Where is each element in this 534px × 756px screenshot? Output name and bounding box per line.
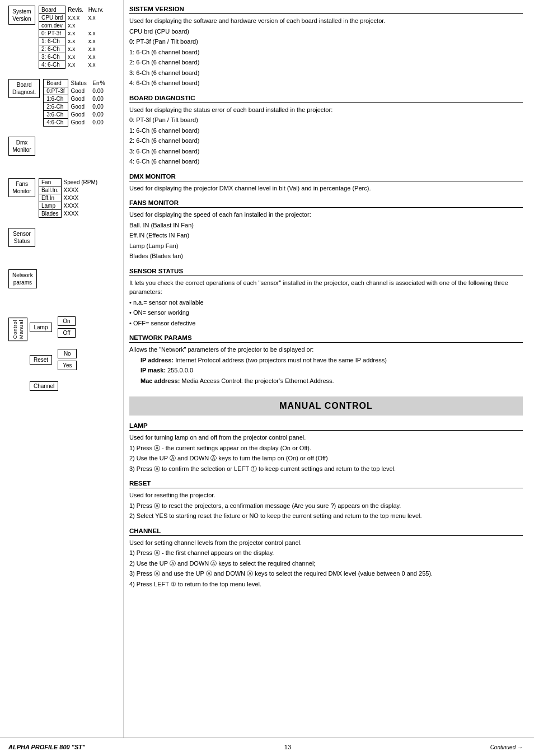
bd-row-6ch2: 2:6-Ch [44,103,68,111]
sv-row-cpubrd: CPU brd [39,14,65,22]
body-lamp: Used for turning lamp on and off from th… [129,433,523,473]
footer-brand: ALPHA PROFILE 800 "ST" [8,744,85,750]
bd-6ch1-err: 0.00 [90,95,107,103]
menu-label-dmx-monitor: DmxMonitor [8,137,35,156]
bd-err-header: Err% [90,80,107,87]
menu-label-system-version: SystemVersion [8,6,35,25]
heading-fans-monitor: FANS MONITOR [129,199,523,208]
menu-section-fans-monitor: FansMonitor Fan Speed (RPM) Ball.In. XXX… [8,178,118,218]
reset-step1: 1) Press Ⓐ to reset the projectors, a co… [129,501,523,511]
bd-6ch1: 1: 6-Ch (6 channel board) [129,126,523,136]
mc-reset-no: No [58,349,77,358]
mc-row-reset: Reset No Yes [30,349,77,370]
left-column: SystemVersion Board Revis. Hw.rv. CPU br… [0,0,123,738]
heading-sensor-status: SENSOR STATUS [129,268,523,276]
sv-revis-header: Revis. [65,6,86,14]
ss-na: • n.a.= sensor not available [129,298,523,307]
bd-6ch3-status: Good [68,111,90,119]
ss-on: • ON= sensor working [129,308,523,318]
ss-desc: It lets you check the correct operations… [129,278,523,297]
sv-row-6ch3: 3: 6-Ch [39,53,65,61]
lamp-step2: 2) Use the UP Ⓐ and DOWN Ⓐ keys to turn … [129,454,523,463]
mc-reset-yes: Yes [58,361,77,370]
fm-effin-speed: XXXX [61,194,100,202]
manual-control-content: Lamp On Off Reset No Yes [30,316,77,391]
sv-6ch3-hwrv: x.x [86,53,106,61]
manual-control-label-box: ManualControl [8,318,27,341]
body-reset: Used for resetting the projector. 1) Pre… [129,491,523,521]
mc-row-lamp: Lamp On Off [30,316,77,338]
board-diagnost-data: Board Status Err% 0:PT-3f Good 0.00 1:6-… [43,79,108,127]
np-mac-address-label: Mac address: [140,377,180,384]
bd-6ch1-status: Good [68,95,90,103]
sv-cpubrd-revis: x.x.x [65,14,86,22]
sv-6ch4-revis: x.x [65,61,86,69]
sv-desc: Used for displaying the software and har… [129,16,523,26]
fm-speed-header: Speed (RPM) [61,179,100,186]
menu-label-sensor-status: SensorStatus [8,228,35,247]
mc-row-channel: Channel [30,381,77,391]
sv-6ch2: 2: 6-Ch (6 channel board) [129,58,523,67]
mc-lamp-off: Off [58,328,76,338]
manual-control-section: ManualControl Lamp On Off Reset [8,316,118,391]
mc-channel-label: Channel [30,381,58,391]
sv-hwrv-header: Hw.rv. [86,6,106,14]
fm-desc: Used for displaying the speed of each fa… [129,210,523,220]
menu-label-fans-monitor: FansMonitor [8,178,35,197]
lamp-step1: 1) Press Ⓐ - the current settings appear… [129,444,523,453]
np-ip-address-label: IP address: [140,357,174,363]
menu-section-sensor-status: SensorStatus [8,228,118,247]
sv-6ch1: 1: 6-Ch (6 channel board) [129,48,523,57]
menu-section-board-diagnost: BoardDiagnost. Board Status Err% 0:PT-3f… [8,79,118,127]
fm-lamp: Lamp (Lamp Fan) [129,241,523,251]
np-ip-mask-label: IP mask: [140,367,166,374]
lamp-desc: Used for turning lamp on and off from th… [129,433,523,442]
reset-step2: 2) Select YES to starting reset the fixt… [129,511,523,521]
fm-ballin: Ball. IN (Ballast IN Fan) [129,221,523,230]
mc-lamp-label: Lamp [30,323,52,332]
body-network-params: Allows the "Network" parameters of the p… [129,345,523,385]
ch-step1: 1) Press Ⓐ - the first channel appears o… [129,548,523,558]
sv-cpubrd-hwrv: x.x [86,14,106,22]
sv-6ch1-hwrv: x.x [86,38,106,45]
bd-board-header: Board [44,80,68,87]
bd-6ch3: 3: 6-Ch (6 channel board) [129,147,523,156]
lamp-step3: 3) Press Ⓐ to confirm the selection or L… [129,464,523,474]
sv-6ch1-revis: x.x [65,38,86,45]
np-ip-address: IP address: Internet Protocol address (t… [129,356,523,365]
sv-row-6ch2: 2: 6-Ch [39,45,65,53]
mc-reset-label: Reset [30,355,52,365]
body-sistem-version: Used for displaying the software and har… [129,16,523,88]
bd-6ch3-err: 0.00 [90,111,107,119]
sv-row-pt3f: 0: PT-3f [39,30,65,38]
bd-row-6ch1: 1:6-Ch [44,95,68,103]
footer-continued: Continued → [490,744,523,750]
sv-row-comdev: com.dev [39,22,65,30]
ch-desc: Used for setting channel levels from the… [129,538,523,548]
sv-6ch2-hwrv: x.x [86,45,106,53]
manual-control-header: MANUAL CONTROL [129,396,523,416]
board-diagnost-table: Board Status Err% 0:PT-3f Good 0.00 1:6-… [43,79,108,127]
footer-page-number: 13 [284,744,291,750]
sv-6ch3-revis: x.x [65,53,86,61]
sv-6ch2-revis: x.x [65,45,86,53]
fm-lamp-speed: XXXX [61,202,100,210]
bd-6ch4: 4: 6-Ch (6 channel board) [129,157,523,166]
menu-section-dmx-monitor: DmxMonitor [8,137,118,156]
heading-dmx-monitor: DMX MONITOR [129,173,523,181]
fm-ballin-speed: XXXX [61,186,100,194]
fm-fan-header: Fan [39,179,62,186]
bd-6ch4-status: Good [68,119,90,127]
bd-6ch2-err: 0.00 [90,103,107,111]
sv-6ch4-hwrv: x.x [86,61,106,69]
sv-pt3f-hwrv: x.x [86,30,106,38]
bd-pt3f: 0: PT-3f (Pan / Tilt board) [129,115,523,125]
sv-pt3f: 0: PT-3f (Pan / Tilt board) [129,37,523,46]
fm-row-blades: Blades [39,210,62,218]
sv-cpubrd: CPU brd (CPU board) [129,27,523,36]
ch-step3: 3) Press Ⓐ and use the UP Ⓐ and DOWN Ⓐ k… [129,569,523,578]
bd-row-pt3f: 0:PT-3f [44,87,68,95]
bd-desc: Used for displaying the status error of … [129,105,523,115]
np-desc: Allows the "Network" parameters of the p… [129,345,523,354]
bd-row-6ch4: 4:6-Ch [44,119,68,127]
